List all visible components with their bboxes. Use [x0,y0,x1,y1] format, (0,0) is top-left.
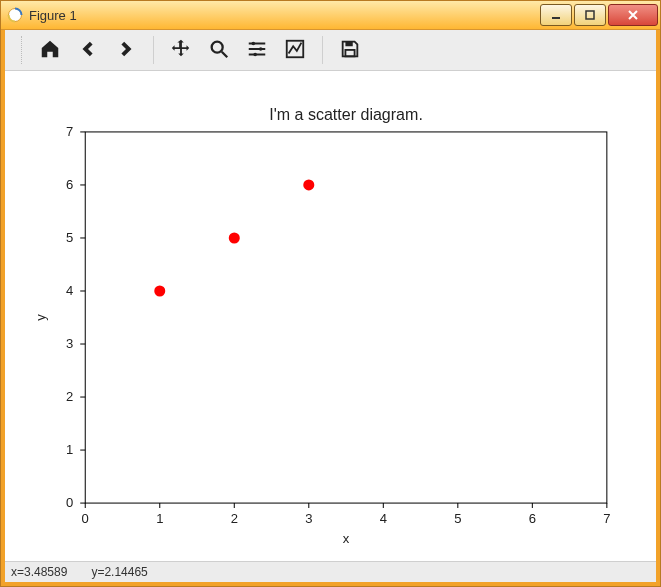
configure-button[interactable] [238,34,276,66]
window-title: Figure 1 [29,8,538,23]
zoom-button[interactable] [200,34,238,66]
sliders-icon [246,38,268,63]
app-window: Figure 1 0123456701234567xyI'm a scatter… [0,0,661,587]
client-area: 0123456701234567xyI'm a scatter diagram.… [1,30,660,586]
svg-point-5 [259,47,263,51]
x-tick-label: 5 [454,511,461,526]
y-tick-label: 7 [66,124,73,139]
chart-title: I'm a scatter diagram. [269,105,423,123]
pan-button[interactable] [162,34,200,66]
x-tick-label: 7 [603,511,610,526]
window-buttons [538,4,658,26]
forward-button[interactable] [107,34,145,66]
toolbar-separator [153,36,154,64]
x-tick-label: 2 [231,511,238,526]
y-tick-label: 6 [66,177,73,192]
svg-point-6 [253,52,257,56]
svg-rect-2 [586,11,594,19]
y-axis-label: y [33,314,48,321]
home-button[interactable] [31,34,69,66]
maximize-button[interactable] [574,4,606,26]
minimize-button[interactable] [540,4,572,26]
svg-rect-10 [85,132,607,503]
svg-point-4 [252,41,256,45]
svg-point-3 [212,41,223,52]
y-tick-label: 0 [66,495,73,510]
home-icon [39,38,61,63]
x-tick-label: 0 [82,511,89,526]
status-y: y=2.14465 [91,565,147,579]
close-button[interactable] [608,4,658,26]
arrow-right-icon [115,38,137,63]
toolbar [5,30,656,71]
chart-line-icon [284,38,306,63]
x-tick-label: 4 [380,511,387,526]
chart-svg: 0123456701234567xyI'm a scatter diagram. [5,71,656,561]
data-point [303,179,314,190]
x-tick-label: 1 [156,511,163,526]
y-tick-label: 4 [66,283,73,298]
save-icon [339,38,361,63]
save-button[interactable] [331,34,369,66]
y-tick-label: 2 [66,389,73,404]
statusbar: x=3.48589 y=2.14465 [5,561,656,582]
y-tick-label: 3 [66,336,73,351]
svg-rect-1 [552,17,560,19]
move-icon [170,38,192,63]
y-tick-label: 1 [66,442,73,457]
zoom-icon [208,38,230,63]
toolbar-separator [322,36,323,64]
svg-rect-9 [345,49,354,55]
app-icon [7,7,23,23]
svg-rect-8 [345,41,352,46]
plot-area[interactable]: 0123456701234567xyI'm a scatter diagram. [5,71,656,561]
edit-axis-button[interactable] [276,34,314,66]
data-point [154,285,165,296]
arrow-left-icon [77,38,99,63]
data-point [229,232,240,243]
y-tick-label: 5 [66,230,73,245]
x-tick-label: 6 [529,511,536,526]
x-axis-label: x [343,531,350,546]
titlebar[interactable]: Figure 1 [1,1,660,30]
toolbar-grip[interactable] [21,36,23,64]
status-x: x=3.48589 [11,565,67,579]
x-tick-label: 3 [305,511,312,526]
back-button[interactable] [69,34,107,66]
